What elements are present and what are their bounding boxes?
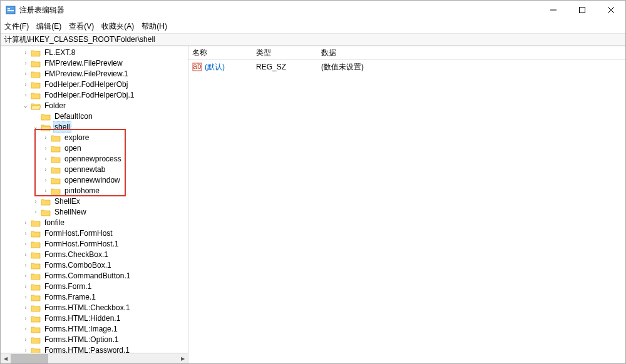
address-bar[interactable]: 计算机\HKEY_CLASSES_ROOT\Folder\shell — [1, 33, 625, 46]
window-title: 注册表编辑器 — [19, 5, 539, 16]
tree-toggle-icon[interactable]: › — [22, 49, 29, 57]
tree-item-label: shell — [53, 121, 71, 133]
tree-scrollbar-horizontal[interactable]: ◀ ▶ — [1, 353, 188, 363]
tree-toggle-icon[interactable]: › — [32, 209, 39, 216]
close-button[interactable] — [597, 1, 625, 19]
tree-toggle-icon[interactable]: › — [42, 177, 49, 185]
menu-help[interactable]: 帮助(H) — [141, 21, 167, 32]
tree-toggle-icon[interactable]: › — [42, 145, 49, 153]
tree-toggle-icon[interactable]: › — [22, 71, 29, 78]
tree-toggle-icon[interactable]: › — [22, 326, 29, 333]
tree-item[interactable]: › FodHelper.FodHelperObj — [1, 79, 188, 90]
tree-item-label: Forms.HTML:Checkbox.1 — [43, 303, 131, 313]
registry-tree: › FL.EXT.8 › FMPreview.FilePreview › FMP… — [1, 48, 188, 356]
folder-icon — [51, 144, 61, 153]
tree-item[interactable]: › Forms.Form.1 — [1, 281, 188, 292]
tree-item[interactable]: › explore — [1, 133, 188, 143]
folder-icon — [31, 70, 41, 79]
tree-item-label: opennewtab — [63, 164, 106, 175]
menubar: 文件(F) 编辑(E) 查看(V) 收藏夹(A) 帮助(H) — [1, 19, 625, 33]
tree-toggle-icon[interactable]: › — [22, 220, 29, 227]
scroll-right-icon[interactable]: ▶ — [178, 353, 188, 363]
tree-toggle-icon[interactable]: › — [42, 188, 49, 195]
tree-toggle-icon[interactable]: › — [22, 294, 29, 301]
tree-item[interactable]: › Forms.HTML:Option.1 — [1, 335, 188, 345]
tree-toggle-icon[interactable]: ⌄ — [22, 103, 29, 110]
tree-toggle-icon[interactable]: › — [22, 273, 29, 280]
tree-item[interactable]: › ShellEx — [1, 196, 188, 207]
tree-item[interactable]: › FL.EXT.8 — [1, 48, 188, 58]
tree-item[interactable]: › FormHost.FormHost.1 — [1, 239, 188, 250]
values-header: 名称 类型 数据 — [188, 46, 625, 60]
tree-item-label: Forms.HTML:Hidden.1 — [43, 313, 121, 324]
tree-item[interactable]: › opennewwindow — [1, 175, 188, 186]
tree-toggle-icon[interactable]: › — [42, 134, 49, 142]
tree-item[interactable]: › Forms.HTML:Image.1 — [1, 324, 188, 335]
tree-item[interactable]: › open — [1, 143, 188, 154]
values-list[interactable]: ab (默认) REG_SZ (数值未设置) — [188, 60, 625, 363]
tree-toggle-icon[interactable]: › — [22, 60, 29, 68]
menu-view[interactable]: 查看(V) — [69, 21, 94, 32]
folder-icon — [31, 283, 41, 291]
tree-item-label: pintohome — [63, 186, 101, 196]
tree-item[interactable]: › ShellNew — [1, 207, 188, 218]
tree-toggle-icon[interactable]: › — [22, 81, 29, 89]
tree-item[interactable]: › Forms.HTML:Hidden.1 — [1, 313, 188, 324]
tree-item[interactable]: › opennewprocess — [1, 154, 188, 164]
tree-item[interactable]: › Forms.HTML:Checkbox.1 — [1, 303, 188, 313]
tree-toggle-icon[interactable]: › — [22, 251, 29, 259]
tree-toggle-icon[interactable]: ⌄ — [32, 124, 39, 131]
tree-item[interactable]: › Forms.Frame.1 — [1, 292, 188, 303]
tree-toggle-icon[interactable]: › — [22, 241, 29, 248]
folder-icon — [31, 102, 41, 111]
tree-item[interactable]: › FMPreview.FilePreview — [1, 58, 188, 69]
tree-toggle-icon[interactable]: › — [22, 230, 29, 238]
menu-edit[interactable]: 编辑(E) — [36, 21, 61, 32]
maximize-button[interactable] — [568, 1, 597, 19]
tree-item-label: Forms.Form.1 — [43, 281, 93, 292]
tree-toggle-icon[interactable]: › — [42, 166, 49, 174]
tree-item[interactable]: › opennewtab — [1, 164, 188, 175]
minimize-button[interactable] — [539, 1, 568, 19]
tree-item[interactable]: › FormHost.FormHost — [1, 228, 188, 239]
tree-item-label: FodHelper.FodHelperObj.1 — [43, 90, 135, 101]
scroll-left-icon[interactable]: ◀ — [1, 353, 11, 363]
tree-toggle-icon[interactable]: › — [22, 283, 29, 291]
tree-toggle-icon[interactable]: › — [22, 92, 29, 99]
tree-toggle-icon[interactable]: › — [42, 156, 49, 163]
tree-item[interactable]: › pintohome — [1, 186, 188, 196]
tree-toggle-icon[interactable]: › — [22, 305, 29, 312]
folder-icon — [41, 208, 51, 217]
column-name[interactable]: 名称 — [192, 48, 256, 58]
tree-item[interactable]: ⌄ shell — [1, 122, 188, 133]
tree-panel[interactable]: › FL.EXT.8 › FMPreview.FilePreview › FMP… — [1, 46, 188, 363]
value-row[interactable]: ab (默认) REG_SZ (数值未设置) — [192, 61, 622, 73]
tree-item[interactable]: ⌄ Folder — [1, 101, 188, 111]
tree-toggle-icon[interactable]: › — [32, 198, 39, 206]
tree-item[interactable]: DefaultIcon — [1, 111, 188, 122]
tree-toggle-icon[interactable]: › — [22, 262, 29, 270]
tree-toggle-icon[interactable]: › — [22, 315, 29, 323]
folder-icon — [31, 219, 41, 228]
tree-toggle-icon[interactable]: › — [22, 336, 29, 344]
tree-item-label: open — [63, 143, 83, 154]
tree-toggle-icon[interactable] — [32, 113, 39, 121]
tree-item-label: DefaultIcon — [53, 111, 94, 122]
tree-item[interactable]: › fonfile — [1, 218, 188, 228]
tree-item[interactable]: › FMPreview.FilePreview.1 — [1, 69, 188, 79]
tree-item[interactable]: › FodHelper.FodHelperObj.1 — [1, 90, 188, 101]
folder-icon — [31, 261, 41, 270]
value-name: (默认) — [205, 62, 256, 73]
tree-item[interactable]: › Forms.CheckBox.1 — [1, 250, 188, 260]
menu-favorites[interactable]: 收藏夹(A) — [101, 21, 134, 32]
tree-item-label: fonfile — [43, 218, 66, 228]
tree-item[interactable]: › Forms.ComboBox.1 — [1, 260, 188, 271]
values-panel: 名称 类型 数据 ab (默认) REG_SZ (数值未设置) — [188, 46, 625, 363]
scroll-thumb[interactable] — [11, 354, 48, 363]
column-type[interactable]: 类型 — [256, 48, 321, 58]
value-type: REG_SZ — [256, 63, 321, 71]
column-data[interactable]: 数据 — [321, 48, 625, 58]
menu-file[interactable]: 文件(F) — [4, 21, 29, 32]
tree-item-label: FMPreview.FilePreview — [43, 58, 124, 69]
tree-item[interactable]: › Forms.CommandButton.1 — [1, 271, 188, 281]
